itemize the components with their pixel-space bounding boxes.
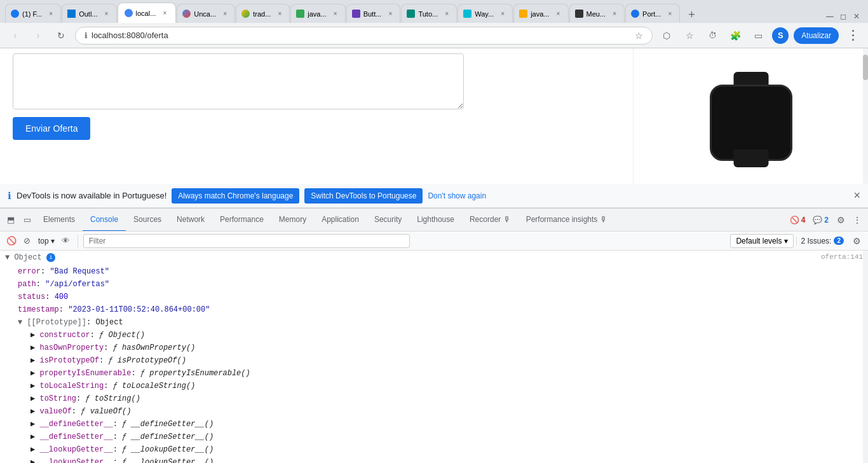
tab-label: trad... bbox=[253, 10, 271, 18]
console-proto-tolocale[interactable]: ▶ toLocaleString: ƒ toLocaleString() bbox=[0, 380, 868, 392]
devtools-menu-icon[interactable]: ▭ bbox=[19, 212, 36, 228]
tab-close-icon[interactable]: × bbox=[220, 10, 229, 18]
console-proto-valueof[interactable]: ▶ valueOf: ƒ valueOf() bbox=[0, 405, 868, 418]
tab-close-icon[interactable]: × bbox=[102, 10, 111, 18]
page-content: Enviar Oferta bbox=[0, 48, 868, 184]
star-icon[interactable]: ☆ bbox=[681, 27, 698, 45]
tab-label: java... bbox=[531, 10, 549, 18]
menu-button[interactable] bbox=[844, 27, 862, 45]
update-button[interactable]: Atualizar bbox=[794, 27, 839, 44]
tab-favicon bbox=[296, 10, 304, 18]
console-proto-propisenum[interactable]: ▶ propertyIsEnumerable: ƒ propertyIsEnum… bbox=[0, 367, 868, 380]
devtools-toggle[interactable]: ▭ bbox=[749, 27, 767, 45]
console-proto-lookupgetter[interactable]: ▶ __lookupGetter__: ƒ __lookupGetter__() bbox=[0, 443, 868, 456]
address-bar[interactable]: ℹ localhost:8080/oferta ☆ bbox=[75, 27, 653, 45]
tab-6[interactable]: java... × bbox=[290, 4, 345, 23]
console-settings-icon[interactable]: ⚙ bbox=[850, 235, 863, 247]
profile-icon[interactable]: ⏱ bbox=[703, 27, 721, 45]
tab-1[interactable]: (1) F... × bbox=[5, 4, 61, 23]
tab-console[interactable]: Console bbox=[83, 209, 126, 232]
console-proto-header[interactable]: ▼ [[Prototype]]: Object bbox=[0, 316, 868, 329]
default-levels-selector[interactable]: Default levels ▾ bbox=[730, 234, 794, 248]
tab-application[interactable]: Application bbox=[314, 209, 367, 232]
issues-badge[interactable]: 2 Issues: 2 bbox=[796, 237, 848, 245]
warning-count: 2 bbox=[824, 216, 829, 225]
user-avatar[interactable]: S bbox=[772, 27, 789, 44]
console-proto-isprototypeof[interactable]: ▶ isPrototypeOf: ƒ isPrototypeOf() bbox=[0, 354, 868, 367]
maximize-button[interactable]: ◻ bbox=[837, 10, 850, 23]
tab-3-active[interactable]: local... × bbox=[118, 3, 177, 23]
console-proto-constructor[interactable]: ▶ constructor: ƒ Object() bbox=[0, 329, 868, 342]
tab-8[interactable]: Tuto... × bbox=[401, 4, 457, 23]
tab-4[interactable]: Unca... × bbox=[177, 4, 235, 23]
tab-recorder[interactable]: Recorder 🎙 bbox=[462, 209, 519, 232]
tab-9[interactable]: Way... × bbox=[458, 4, 513, 23]
dismiss-notification-link[interactable]: Don't show again bbox=[428, 191, 486, 200]
offer-textarea[interactable] bbox=[13, 53, 464, 109]
console-prop-path: path: "/api/ofertas" bbox=[0, 278, 868, 291]
tab-close-icon[interactable]: × bbox=[46, 10, 55, 18]
send-offer-button[interactable]: Enviar Oferta bbox=[13, 117, 90, 140]
close-button[interactable]: × bbox=[850, 10, 863, 23]
tab-close-icon[interactable]: × bbox=[442, 10, 451, 18]
eye-icon[interactable]: 👁 bbox=[60, 235, 72, 247]
new-tab-button[interactable]: + bbox=[683, 6, 700, 23]
tab-5[interactable]: trad... × bbox=[236, 4, 290, 23]
error-count-badge[interactable]: 🚫 4 bbox=[786, 216, 810, 225]
console-proto-definegetter[interactable]: ▶ __defineGetter__: ƒ __defineGetter__() bbox=[0, 418, 868, 431]
tab-close-icon[interactable]: × bbox=[554, 10, 563, 18]
tab-2[interactable]: Outl... × bbox=[62, 4, 116, 23]
reload-button[interactable]: ↻ bbox=[52, 27, 70, 45]
tab-close-icon[interactable]: × bbox=[160, 9, 169, 18]
tab-10[interactable]: java... × bbox=[513, 4, 568, 23]
preserve-log-icon[interactable]: ⊘ bbox=[20, 235, 33, 247]
tab-network[interactable]: Network bbox=[169, 209, 212, 232]
tab-security[interactable]: Security bbox=[367, 209, 409, 232]
page-main: Enviar Oferta bbox=[0, 48, 633, 184]
tab-memory[interactable]: Memory bbox=[271, 209, 314, 232]
switch-devtools-language-button[interactable]: Switch DevTools to Portuguese bbox=[304, 188, 423, 204]
tab-11[interactable]: Meu... × bbox=[569, 4, 625, 23]
tab-close-icon[interactable]: × bbox=[498, 10, 507, 18]
tab-label: (1) F... bbox=[22, 10, 42, 18]
error-count: 4 bbox=[801, 216, 806, 225]
tab-close-icon[interactable]: × bbox=[386, 10, 395, 18]
tab-label: local... bbox=[136, 10, 156, 17]
console-filter-input[interactable] bbox=[83, 234, 410, 248]
product-image-panel bbox=[633, 48, 868, 184]
tab-12[interactable]: Port... × bbox=[625, 4, 680, 23]
devtools-more-icon[interactable]: ⋮ bbox=[849, 212, 865, 228]
minimize-button[interactable]: ─ bbox=[824, 10, 836, 23]
tab-close-icon[interactable]: × bbox=[275, 10, 284, 18]
tab-7[interactable]: Butt... × bbox=[346, 4, 401, 23]
tab-lighthouse[interactable]: Lighthouse bbox=[409, 209, 462, 232]
dock-icon[interactable]: ⬒ bbox=[3, 212, 19, 228]
line-link[interactable]: oferta:141 bbox=[821, 252, 863, 264]
tab-favicon bbox=[575, 10, 583, 18]
close-notification-icon[interactable]: × bbox=[853, 189, 860, 202]
console-proto-lookupsetter[interactable]: ▶ __lookupSetter__: ƒ __lookupSetter__() bbox=[0, 456, 868, 463]
bookmark-icon[interactable]: ☆ bbox=[635, 31, 643, 41]
cast-icon[interactable]: ⬡ bbox=[658, 27, 675, 45]
tab-close-icon[interactable]: × bbox=[331, 10, 340, 18]
back-button[interactable]: ‹ bbox=[6, 27, 24, 45]
notification-icon: ℹ bbox=[8, 190, 11, 202]
tab-close-icon[interactable]: × bbox=[665, 10, 674, 18]
context-selector[interactable]: top ▾ bbox=[36, 237, 57, 245]
tab-performance[interactable]: Performance bbox=[212, 209, 271, 232]
warning-count-badge[interactable]: 💬 2 bbox=[809, 216, 832, 225]
forward-button[interactable]: › bbox=[29, 27, 47, 45]
vertical-scrollbar-devtools[interactable] bbox=[863, 251, 868, 463]
tab-performance-insights[interactable]: Performance insights 🎙 bbox=[519, 209, 615, 232]
tab-elements[interactable]: Elements bbox=[36, 209, 83, 232]
vertical-scrollbar[interactable] bbox=[863, 48, 868, 184]
console-proto-hasown[interactable]: ▶ hasOwnProperty: ƒ hasOwnProperty() bbox=[0, 342, 868, 354]
console-proto-definesetter[interactable]: ▶ __defineSetter__: ƒ __defineSetter__() bbox=[0, 431, 868, 443]
extensions-icon[interactable]: 🧩 bbox=[726, 27, 744, 45]
devtools-settings-icon[interactable]: ⚙ bbox=[832, 212, 849, 228]
tab-sources[interactable]: Sources bbox=[126, 209, 169, 232]
always-match-language-button[interactable]: Always match Chrome's language bbox=[172, 188, 299, 204]
tab-close-icon[interactable]: × bbox=[610, 10, 619, 18]
clear-console-icon[interactable]: 🚫 bbox=[5, 235, 18, 247]
console-proto-tostring[interactable]: ▶ toString: ƒ toString() bbox=[0, 392, 868, 405]
